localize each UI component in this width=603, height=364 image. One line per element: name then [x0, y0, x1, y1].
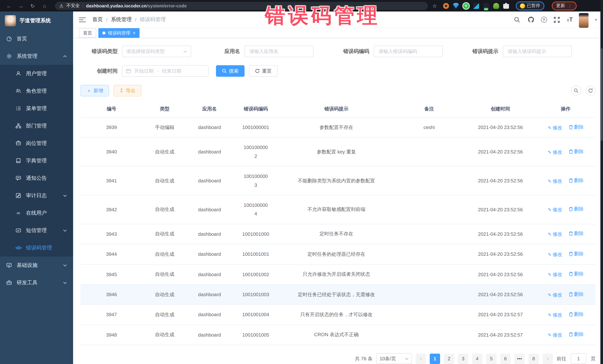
- profile-paused-chip[interactable]: 已暂停: [516, 1, 544, 10]
- collapse-sidebar-icon[interactable]: [79, 17, 86, 22]
- sidebar-item-departments[interactable]: 部门管理: [0, 117, 73, 134]
- extensions-puzzle-icon[interactable]: [503, 3, 509, 9]
- delete-link[interactable]: 删除: [569, 206, 584, 213]
- app-name-input[interactable]: [244, 46, 313, 57]
- edit-link[interactable]: ✎修改: [548, 312, 562, 318]
- page-button-3[interactable]: 3: [458, 353, 468, 364]
- cell-time: 2021-04-20 23:52:57: [465, 325, 536, 345]
- toggle-search-icon[interactable]: [571, 86, 581, 96]
- font-size-icon[interactable]: TT: [567, 17, 573, 22]
- delete-link[interactable]: 删除: [569, 251, 584, 257]
- edit-link[interactable]: ✎修改: [548, 207, 562, 213]
- breadcrumb-system[interactable]: 系统管理: [111, 16, 132, 23]
- help-icon[interactable]: ?: [541, 17, 547, 22]
- edit-link[interactable]: ✎修改: [548, 231, 562, 238]
- extension-key-icon[interactable]: [493, 3, 499, 9]
- sidebar-item-menus[interactable]: 菜单管理: [0, 100, 73, 117]
- extension-grid-icon[interactable]: [473, 3, 479, 9]
- chrome-menu-dots-icon[interactable]: ⋮: [568, 3, 572, 8]
- sidebar-item-infrastructure[interactable]: 基础设施: [0, 256, 73, 274]
- reset-button[interactable]: 重置: [249, 65, 278, 77]
- cell-actions: ✎修改 删除: [536, 285, 596, 305]
- sidebar-item-audit-log[interactable]: 审计日志: [0, 187, 73, 204]
- edit-link[interactable]: ✎修改: [548, 251, 562, 258]
- sidebar-item-roles[interactable]: 角色管理: [0, 82, 73, 100]
- page-button-1[interactable]: 1: [430, 353, 440, 364]
- page-button-4[interactable]: 4: [472, 353, 482, 364]
- prev-page-button[interactable]: ‹: [416, 353, 426, 364]
- page-button-5[interactable]: 5: [486, 353, 497, 364]
- emoji-avatar-icon: [520, 3, 525, 8]
- reload-icon[interactable]: ↻: [28, 3, 37, 9]
- page-button-8[interactable]: 8: [528, 353, 539, 364]
- page-size-select[interactable]: 10条/页: [376, 353, 412, 364]
- tab-error-code[interactable]: 错误码管理 ×: [98, 28, 139, 38]
- sidebar-item-users[interactable]: 用户管理: [0, 65, 73, 82]
- sidebar-item-label: 错误码管理: [26, 244, 52, 251]
- user-avatar[interactable]: [579, 13, 589, 28]
- next-page-button[interactable]: ›: [543, 353, 553, 364]
- sidebar-item-sms[interactable]: 短信管理: [0, 222, 73, 239]
- sidebar-item-devtools[interactable]: 研发工具: [0, 274, 73, 291]
- delete-link[interactable]: 删除: [569, 271, 584, 277]
- close-tab-icon[interactable]: ×: [133, 30, 135, 36]
- sidebar-item-online-users[interactable]: ∞ 在线用户: [0, 204, 73, 222]
- trash-icon: [569, 312, 573, 317]
- delete-link[interactable]: 删除: [569, 124, 584, 130]
- create-time-range-picker[interactable]: 开始日期 - 结束日期: [122, 65, 209, 77]
- goto-page-input[interactable]: [571, 353, 586, 364]
- extension-switch-icon[interactable]: on: [483, 3, 489, 9]
- user-menu-caret-icon[interactable]: ▾: [595, 17, 597, 22]
- tab-home[interactable]: 首页: [79, 28, 96, 38]
- error-type-select[interactable]: 请选择错误码类型: [122, 46, 191, 57]
- breadcrumb-home[interactable]: 首页: [93, 16, 103, 23]
- sidebar-item-home[interactable]: 首页: [0, 30, 73, 47]
- delete-link[interactable]: 删除: [569, 177, 584, 184]
- forward-icon[interactable]: →: [16, 3, 25, 9]
- sidebar-item-announcements[interactable]: 通知公告: [0, 169, 73, 187]
- bookmark-star-icon[interactable]: ☆: [432, 3, 437, 9]
- delete-link[interactable]: 删除: [569, 148, 584, 155]
- home-icon[interactable]: ⌂: [40, 3, 49, 9]
- delete-link[interactable]: 删除: [569, 230, 584, 237]
- export-button[interactable]: ↧ 导出: [114, 85, 141, 96]
- vue-devtools-icon[interactable]: V: [463, 3, 469, 9]
- sidebar-item-error-code[interactable]: </> 错误码管理: [0, 239, 73, 256]
- extension-gem-icon[interactable]: [453, 3, 459, 9]
- error-hint-input[interactable]: [503, 46, 572, 57]
- window-scrollbar[interactable]: [600, 0, 603, 364]
- edit-link[interactable]: ✎修改: [548, 271, 562, 278]
- chrome-update-button[interactable]: 更新 ⋮: [552, 1, 577, 10]
- page-ellipsis-button[interactable]: •••: [514, 353, 525, 364]
- cell-msg: 参数配置 key 重复: [279, 138, 393, 166]
- cell-msg: CRON 表达式不正确: [279, 325, 393, 345]
- add-button[interactable]: ＋ 新增: [81, 85, 109, 96]
- edit-icon: ✎: [548, 312, 551, 318]
- error-hint-label: 错误码提示: [458, 48, 498, 55]
- delete-link[interactable]: 删除: [569, 311, 584, 318]
- edit-icon: ✎: [548, 150, 551, 155]
- sidebar-logo[interactable]: 芋道管理系统: [0, 11, 73, 30]
- edit-link[interactable]: ✎修改: [548, 178, 562, 184]
- refresh-table-icon[interactable]: [586, 86, 596, 96]
- delete-link[interactable]: 删除: [569, 291, 584, 298]
- search-icon[interactable]: [513, 16, 521, 23]
- search-button[interactable]: 搜索: [216, 65, 244, 77]
- edit-link[interactable]: ✎修改: [548, 332, 562, 339]
- delete-link[interactable]: 删除: [569, 331, 584, 338]
- github-icon[interactable]: [527, 16, 534, 23]
- scrollbar-thumb[interactable]: [601, 48, 603, 141]
- extension-orange-icon[interactable]: [443, 3, 449, 9]
- fullscreen-icon[interactable]: [553, 16, 560, 23]
- edit-link[interactable]: ✎修改: [548, 149, 562, 156]
- edit-link[interactable]: ✎修改: [548, 292, 562, 298]
- sidebar-item-posts[interactable]: 岗位管理: [0, 134, 73, 152]
- edit-link[interactable]: ✎修改: [548, 124, 562, 131]
- badge-icon: [16, 141, 21, 146]
- back-icon[interactable]: ←: [4, 3, 13, 9]
- page-button-6[interactable]: 6: [500, 353, 510, 364]
- sidebar-item-dictionary[interactable]: 字典管理: [0, 152, 73, 169]
- error-code-input[interactable]: [374, 46, 443, 57]
- page-button-2[interactable]: 2: [444, 353, 454, 364]
- sidebar-item-system[interactable]: 系统管理: [0, 47, 73, 65]
